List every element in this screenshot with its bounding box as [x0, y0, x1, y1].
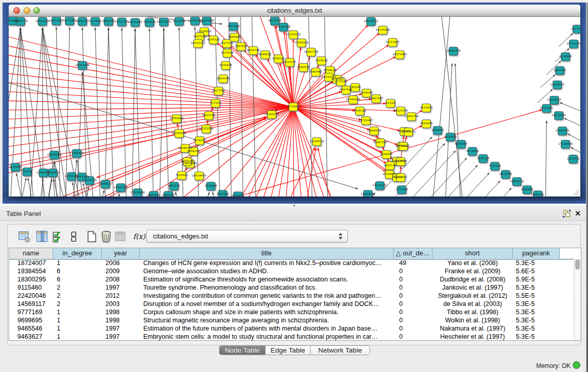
window-resize-grip[interactable]: [573, 189, 579, 195]
tab-network-table[interactable]: Network Table: [311, 345, 370, 355]
memory-ok-indicator[interactable]: [573, 361, 580, 369]
cell-title: Genome–wide association studies in ADHD.: [140, 267, 394, 275]
graph-node-label: 16961758: [304, 50, 318, 53]
graph-node-label: 11156829: [46, 171, 60, 174]
cell-name: 9699695: [9, 316, 53, 324]
cell-name: 9115460: [9, 283, 53, 292]
table-row[interactable]: 946362711997Embryonic stem cells: a mode…: [9, 333, 574, 341]
graph-node-label: 17957225: [82, 179, 97, 182]
graph-node-label: 20053346: [75, 63, 90, 67]
cell-title: Tourette syndrome. Phenomenology and cla…: [140, 283, 394, 292]
graph-node-label: 9327508: [221, 41, 233, 45]
cell-out_de: 0: [394, 300, 432, 308]
graph-node-label: 12444157: [547, 98, 561, 101]
table-select-value: citations_edges.txt: [153, 232, 208, 240]
delete-table-button[interactable]: [100, 230, 113, 243]
cell-in_degree: 2: [53, 283, 102, 292]
column-header-in_degree[interactable]: in_degree: [53, 248, 102, 258]
dropdown-stepper-icon: [338, 232, 343, 240]
cell-title: Embryonic stem cells: a model to study s…: [140, 333, 394, 341]
select-mode-button[interactable]: [52, 230, 64, 243]
table-select-dropdown[interactable]: citations_edges.txt: [146, 230, 348, 243]
graph-node-label: 8322037: [284, 60, 296, 63]
show-columns-button[interactable]: [36, 230, 49, 243]
table-row[interactable]: 911546021997Tourette syndrome. Phenomeno…: [9, 283, 574, 292]
graph-node-label: 6794028: [324, 69, 337, 72]
table-vertical-scrollbar[interactable]: [574, 259, 581, 340]
graph-node-label: 9827508: [193, 35, 206, 38]
graph-node-label: 9914746: [395, 160, 407, 163]
graph-node-label: 6879197: [455, 142, 468, 145]
scrollbar-thumb[interactable]: [575, 259, 580, 270]
graph-node-label: 8813744: [173, 19, 186, 23]
citation-graph[interactable]: 9061255140557142069140616653287191714431…: [9, 17, 580, 196]
table-gear-icon: [18, 230, 31, 243]
column-header-name[interactable]: name: [9, 248, 53, 258]
table-row[interactable]: 977716911998Corpus callosum shape and si…: [9, 308, 574, 316]
row-height-button[interactable]: [68, 230, 80, 243]
graph-node-label: 16914479: [192, 174, 206, 177]
table-row[interactable]: 2242004622012Investigating the contribut…: [9, 292, 574, 300]
graph-node-label: 18807249: [373, 141, 387, 144]
float-panel-icon[interactable]: [563, 210, 571, 217]
graph-node-label: 19384554: [310, 140, 324, 143]
new-table-button[interactable]: [85, 230, 98, 243]
cell-pagerank: 5.3E-5: [513, 300, 560, 308]
table-row[interactable]: 1938455462009Genome–wide association stu…: [9, 267, 574, 275]
graph-node-label: 62160: [386, 101, 395, 104]
import-table-button[interactable]: [114, 230, 127, 243]
cell-out_de: 0: [394, 333, 432, 341]
graph-red-edges: [9, 17, 542, 196]
memory-status-label: Memory: OK: [536, 362, 571, 369]
table-options-button[interactable]: [18, 230, 31, 243]
cell-short: Franke et al. (2009): [432, 267, 513, 275]
cell-title: Disruption of a novel member of a sodium…: [140, 300, 394, 308]
tab-node-table[interactable]: Node Table: [219, 345, 266, 355]
column-header-short[interactable]: short: [432, 248, 513, 258]
cell-title: Structural magnetic resonance image aver…: [140, 316, 394, 324]
table-row[interactable]: 1456911722003Disruption of a novel membe…: [9, 300, 574, 308]
cell-out_de: 0: [394, 316, 432, 324]
network-window-titlebar[interactable]: citations_edges.txt: [9, 5, 580, 17]
close-panel-icon[interactable]: ✕: [574, 209, 581, 217]
network-window[interactable]: citations_edges.txt 90612551405571420691…: [9, 5, 580, 196]
cell-name: 18300295: [9, 275, 53, 283]
tab-edge-table[interactable]: Edge Table: [266, 345, 311, 355]
graph-node-label: 746266: [350, 85, 361, 89]
graph-node-label: 1362615: [297, 65, 310, 69]
cell-out_de: 0: [394, 267, 432, 275]
table-row[interactable]: 946554611997Estimation of the future num…: [9, 324, 574, 333]
cell-pagerank: 5.6E-5: [513, 267, 560, 275]
app-right-scrollbar[interactable]: [586, 3, 588, 372]
column-header-pagerank[interactable]: pagerank: [513, 248, 560, 258]
column-header-out_de[interactable]: △ out_de…: [394, 248, 432, 258]
node-attribute-table[interactable]: namein_degreeyeartitle△ out_de…shortpage…: [9, 248, 581, 341]
checkboxes-icon: [52, 230, 64, 243]
table-row[interactable]: 969969511998Structural magnetic resonanc…: [9, 316, 574, 324]
graph-node-label: 8120451: [232, 194, 245, 197]
cell-in_degree: 2: [53, 292, 102, 300]
cell-in_degree: 6: [53, 267, 102, 275]
cell-name: 14569117: [9, 300, 53, 308]
cell-title: Estimation of the future numbers of pati…: [140, 324, 394, 333]
cell-pagerank: 5.3E-5: [513, 316, 560, 324]
graph-node-label: 10654112: [510, 180, 524, 183]
cell-pagerank: 5.3E-5: [513, 259, 560, 267]
cell-name: 9465546: [9, 324, 53, 333]
column-header-title[interactable]: title: [140, 248, 394, 258]
function-builder-button[interactable]: f(x): [133, 232, 146, 245]
graph-node-label: 8990448: [310, 70, 322, 73]
table-row[interactable]: 1872400712008Changes of HCN gene express…: [9, 259, 574, 267]
graph-node-label: 15720407: [359, 119, 373, 122]
cell-short: Jankovic et al. (1997): [432, 283, 513, 292]
network-canvas[interactable]: 9061255140557142069140616653287191714431…: [9, 17, 580, 196]
graph-node-label: 3716485: [205, 184, 217, 187]
cell-out_de: 0: [394, 324, 432, 333]
cell-pagerank: 5.3E-5: [513, 283, 560, 292]
graph-node-label: 8186328: [207, 38, 220, 41]
graph-node-label: 1167533: [567, 157, 580, 160]
cell-pagerank: 5.3E-5: [513, 324, 560, 333]
trash-icon: [100, 230, 113, 243]
table-row[interactable]: 1830029562008Estimation of significance …: [9, 275, 574, 283]
column-header-year[interactable]: year: [102, 248, 140, 258]
